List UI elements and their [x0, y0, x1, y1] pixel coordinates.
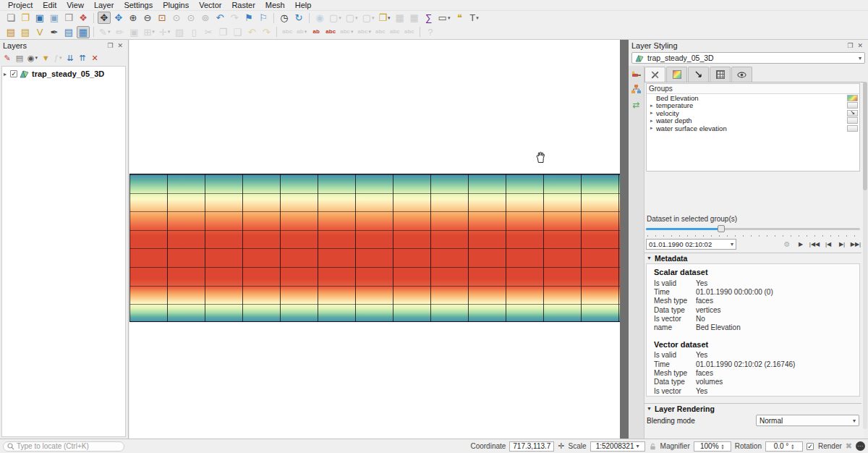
history-icon[interactable]: ⇄ — [632, 100, 639, 110]
menu-item[interactable]: Settings — [119, 0, 158, 11]
prev-frame-icon[interactable]: |◀ — [822, 240, 834, 249]
save-project-icon[interactable]: ▣▾ — [33, 12, 46, 24]
dataset-toggle-button[interactable] — [847, 117, 858, 124]
move-label-icon[interactable]: abc▾ — [339, 26, 354, 38]
edit-label-icon[interactable]: abc▾ — [403, 26, 416, 38]
style-manager-icon[interactable]: ❖▾ — [77, 12, 90, 24]
tab-averaging[interactable] — [731, 67, 752, 82]
branch-expand-icon[interactable]: ▸ — [4, 71, 10, 77]
toggle-editing-icon[interactable]: ✏▾ — [113, 26, 126, 38]
datasets-tree-icon[interactable] — [631, 84, 642, 95]
expand-all-icon[interactable]: ⇊▾ — [64, 53, 76, 64]
styling-layer-selector[interactable]: trap_steady_05_3D ▾ — [631, 52, 865, 64]
menu-item[interactable]: Help — [290, 0, 317, 11]
undo-icon[interactable]: ↶▾ — [245, 26, 258, 38]
menu-item[interactable]: Project — [3, 0, 38, 11]
new-shapefile-icon[interactable]: V▾ — [33, 26, 46, 38]
dataset-group-row[interactable]: ▸ temperature — [647, 102, 859, 110]
dataset-toggle-button[interactable] — [847, 125, 858, 132]
crs-status-icon[interactable]: ✖ — [846, 441, 852, 451]
zoom-in-icon[interactable]: ⊕▾ — [127, 12, 140, 24]
new-project-icon[interactable]: ❏▾ — [4, 12, 17, 24]
remove-layer-icon[interactable]: ✕▾ — [89, 53, 101, 64]
lock-icon[interactable] — [649, 442, 657, 451]
layout-manager-icon[interactable]: ❒▾ — [62, 12, 75, 24]
open-styling-dock-icon[interactable]: ✎▾ — [1, 53, 13, 64]
new-spatialite-icon[interactable]: ✒▾ — [48, 26, 61, 38]
tab-symbology-settings[interactable] — [644, 67, 665, 82]
menu-item[interactable]: Mesh — [260, 0, 290, 11]
copy-features-icon[interactable]: ❐▾ — [216, 26, 229, 38]
field-calculator-icon[interactable]: ▦▾ — [408, 12, 421, 24]
zoom-to-selection-icon[interactable]: ⊙▾ — [170, 12, 183, 24]
dataset-toggle-button[interactable] — [847, 102, 858, 109]
play-icon[interactable]: ▶ — [795, 240, 807, 249]
branch-expand-icon[interactable]: ▸ — [650, 125, 656, 131]
slider-handle[interactable] — [718, 225, 725, 232]
metadata-section-header[interactable]: ▼ Metadata — [644, 253, 861, 263]
spinner-arrows-icon[interactable]: ▲▼ — [721, 444, 725, 449]
select-by-form-icon[interactable]: ▢▾ — [344, 12, 359, 24]
pan-to-selection-icon[interactable]: ✥▾ — [112, 12, 125, 24]
new-virtual-layer-icon[interactable]: ▤▾ — [62, 26, 75, 38]
menu-item[interactable]: Layer — [89, 0, 119, 11]
extents-tracking-icon[interactable]: ✛ — [558, 441, 564, 451]
zoom-out-icon[interactable]: ⊖▾ — [141, 12, 154, 24]
messages-icon[interactable]: ··· — [856, 441, 865, 451]
layer-item-trap_steady_05_3D[interactable]: ▸ ✓ trap_steady_05_3D — [2, 68, 125, 80]
help-icon[interactable]: ?▾ — [424, 26, 437, 38]
temporal-controller-icon[interactable]: ◷▾ — [278, 12, 291, 24]
vector-arrow-button[interactable] — [847, 110, 858, 117]
dataset-group-row[interactable]: ▸ velocity — [647, 109, 859, 117]
datasource-manager-icon[interactable]: ▤▾ — [4, 26, 17, 38]
map-canvas[interactable] — [129, 40, 620, 439]
next-frame-icon[interactable]: ▶| — [836, 240, 848, 249]
branch-expand-icon[interactable]: ▸ — [650, 103, 656, 109]
magnifier-input[interactable]: 100% ▲▼ — [694, 441, 731, 452]
panel-splitter[interactable] — [620, 40, 629, 439]
deselect-icon[interactable]: ▢▾ — [361, 12, 376, 24]
save-edits-icon[interactable]: ▣▾ — [127, 26, 140, 38]
layer-labeling-icon[interactable]: abc▾ — [324, 26, 337, 38]
blending-mode-combo[interactable]: Normal ▾ — [756, 415, 859, 426]
modify-attributes-icon[interactable]: ▨▾ — [173, 26, 186, 38]
new-geopackage-icon[interactable]: ▤▾ — [19, 26, 32, 38]
symbology-brush-icon[interactable] — [631, 68, 642, 79]
rotation-input[interactable]: 0.0 ° ▲▼ — [765, 441, 803, 452]
scalar-ramp-button[interactable] — [847, 95, 858, 101]
collapse-all-icon[interactable]: ⇈▾ — [77, 53, 88, 64]
render-checkbox[interactable]: ✓ Render — [807, 442, 842, 450]
statistics-icon[interactable]: ∑▾ — [422, 12, 435, 24]
last-frame-icon[interactable]: ▶▶| — [850, 240, 861, 249]
panel-float-icon[interactable]: ❐ — [105, 43, 115, 49]
scrollbar-thumb[interactable] — [863, 82, 867, 190]
add-mesh-layer-icon[interactable]: ▦▾ — [77, 26, 90, 38]
branch-expand-icon[interactable]: ▸ — [650, 118, 656, 124]
show-hide-labels-icon[interactable]: abc▾ — [388, 26, 401, 38]
tab-mesh-rendering[interactable] — [710, 67, 731, 82]
pan-map-icon[interactable]: ✥▾ — [98, 12, 111, 24]
rotate-label-icon[interactable]: abc▾ — [357, 26, 373, 38]
menu-item[interactable]: Plugins — [158, 0, 194, 11]
open-project-icon[interactable]: ❐▾ — [19, 12, 32, 24]
map-themes-icon[interactable]: ◉▾ — [26, 53, 39, 64]
add-group-icon[interactable]: ▤▾ — [14, 53, 25, 64]
zoom-next-icon[interactable]: ↷▾ — [228, 12, 241, 24]
menu-item[interactable]: Vector — [194, 0, 226, 11]
spinner-arrows-icon[interactable]: ▲▼ — [791, 444, 794, 449]
panel-close-icon[interactable]: ✕ — [855, 43, 865, 49]
coordinate-input[interactable]: 717.3,113.7 — [509, 441, 554, 452]
menu-item[interactable]: Edit — [38, 0, 61, 11]
filter-legend-icon[interactable]: ▼▾ — [40, 53, 51, 64]
time-combo[interactable]: 01.01.1990 02:10:02 ▾ — [646, 239, 736, 250]
zoom-to-layer-icon[interactable]: ⊙▾ — [184, 12, 197, 24]
dataset-group-row[interactable]: Bed Elevation — [647, 94, 859, 102]
text-annotation-icon[interactable]: T▾ — [467, 12, 480, 24]
current-edits-icon[interactable]: ✎▾ — [98, 26, 111, 38]
add-feature-icon[interactable]: ⊞▾ — [142, 26, 156, 38]
delete-selected-icon[interactable]: ▯▾ — [187, 26, 200, 38]
identify-icon[interactable]: ◉▾ — [313, 12, 326, 24]
time-settings-icon[interactable]: ⚙ — [781, 240, 793, 249]
paste-features-icon[interactable]: ❑▾ — [231, 26, 244, 38]
highlight-pinned-labels-icon[interactable]: ab▾ — [310, 26, 323, 38]
